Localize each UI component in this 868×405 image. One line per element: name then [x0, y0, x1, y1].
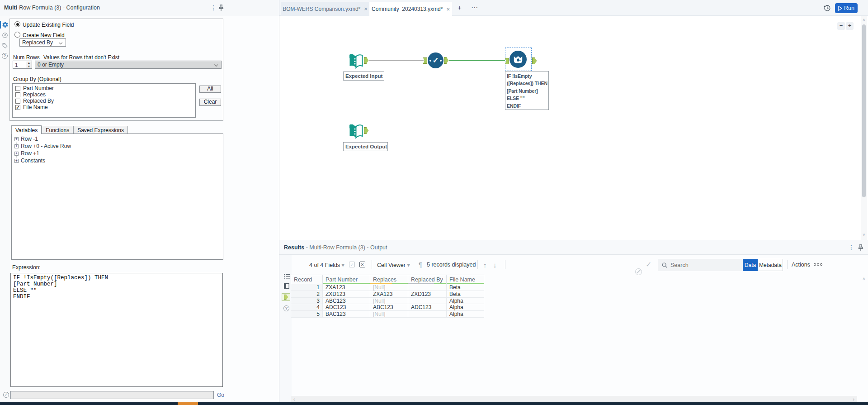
workflow-canvas[interactable]: BOM-WERS Comparison.yxmd*× Community_202… [279, 0, 868, 240]
text-input-tool-icon[interactable] [349, 124, 363, 139]
tool-annotation-expected-input[interactable]: Expected Input [343, 71, 384, 81]
canvas-vertical-scrollbar[interactable]: ˄ ˅ [861, 16, 867, 240]
tool-annotation-expression[interactable]: IF !IsEmpty ([Replaces]) THEN [Part Numb… [505, 71, 549, 110]
next-arrow-icon[interactable]: ↓ [493, 261, 497, 269]
expand-icon[interactable]: + [14, 137, 19, 141]
results-search[interactable] [658, 259, 743, 271]
pilcrow-icon[interactable]: ¶ [419, 261, 422, 268]
tab-overflow-icon[interactable]: ⋯ [471, 4, 478, 12]
num-rows-up-icon[interactable]: ▲ [26, 61, 32, 65]
performance-icon[interactable] [2, 32, 8, 38]
tab-bom-wers-comparison[interactable]: BOM-WERS Comparison.yxmd*× [281, 2, 369, 16]
column-header-replaces[interactable]: Replaces [370, 275, 408, 284]
tab-functions[interactable]: Functions [42, 126, 73, 134]
history-icon[interactable] [823, 4, 831, 12]
deselect-fields-icon[interactable]: ✕ [359, 262, 365, 267]
tab-variables[interactable]: Variables [11, 125, 42, 134]
text-input-tool-icon[interactable] [349, 54, 363, 69]
metadata-toggle-button[interactable]: Metadata [758, 259, 783, 271]
results-menu-icon[interactable]: ⋮ [848, 244, 854, 251]
results-help-icon[interactable]: ? [283, 305, 289, 311]
connection-gray[interactable] [369, 60, 424, 61]
output-anchor[interactable] [444, 57, 448, 64]
output-anchor-indicator[interactable] [282, 293, 290, 301]
field-dropdown[interactable]: Replaced By [19, 38, 66, 47]
table-row[interactable]: 2 ZXD123 ZXA123 ZXD123 Beta [291, 291, 484, 298]
expand-icon[interactable]: + [14, 159, 19, 163]
table-row[interactable]: 4 ADC123 ABC123 ADC123 Alpha [291, 304, 484, 311]
checkbox-icon[interactable]: ✓ [15, 105, 20, 110]
tool-annotation-expected-output[interactable]: Expected Output [343, 142, 388, 151]
expand-icon[interactable]: + [14, 152, 19, 156]
tab-community-20240313[interactable]: Community_20240313.yxmd*× [369, 2, 452, 16]
group-by-item[interactable]: Replaced By [15, 98, 54, 104]
clear-button[interactable]: Clear [199, 99, 221, 106]
gear-icon[interactable] [2, 21, 9, 28]
scroll-down-icon[interactable]: ˅ [861, 233, 867, 237]
table-row[interactable]: 3 ABC123 [Null] Alpha [291, 298, 484, 305]
search-input[interactable] [670, 262, 738, 268]
variables-tree[interactable]: +Row -1 +Row +0 - Active Row +Row +1 +Co… [11, 133, 223, 260]
column-header-replaced-by[interactable]: Replaced By [408, 275, 447, 284]
results-horizontal-scrollbar[interactable]: ‹ › [291, 396, 857, 402]
output-anchor[interactable] [364, 127, 368, 134]
config-menu-icon[interactable]: ⋮ [210, 4, 217, 11]
column-header-part-number[interactable]: Part Number [323, 275, 370, 284]
tab-close-icon[interactable]: × [364, 5, 368, 12]
expand-icon[interactable]: + [14, 144, 19, 148]
scroll-up-icon[interactable]: ˄ [861, 18, 867, 22]
pin-icon[interactable] [218, 4, 224, 11]
checkbox-icon[interactable] [15, 99, 20, 104]
results-scroll-up-icon[interactable]: ˄ [861, 276, 867, 281]
all-button[interactable]: All [199, 86, 221, 93]
actions-label[interactable]: Actions [792, 262, 810, 268]
num-rows-stepper[interactable]: 1 ▲▼ [13, 61, 32, 69]
expression-editor[interactable]: IF !IsEmpty([Replaces]) THEN [Part Numbe… [10, 273, 223, 387]
table-row[interactable]: 5 BAC123 [Null] Alpha [291, 311, 484, 318]
zoom-in-button[interactable]: + [846, 22, 854, 30]
tab-close-icon[interactable]: × [446, 6, 450, 13]
column-header-record[interactable]: Record [291, 275, 323, 284]
tag-icon[interactable] [2, 43, 8, 49]
group-by-item[interactable]: Replaces [15, 91, 46, 98]
data-toggle-button[interactable]: Data [743, 259, 758, 271]
fields-dropdown[interactable]: 4 of 4 Fields ▾ [309, 262, 344, 268]
column-header-file-name[interactable]: File Name [447, 275, 484, 284]
table-row[interactable]: 1 ZXA123 [Null] Beta [291, 284, 484, 291]
tree-item-row-plus1[interactable]: +Row +1 [14, 150, 39, 157]
run-button[interactable]: Run [835, 3, 858, 13]
group-by-item[interactable]: ✓File Name [15, 104, 48, 110]
tree-item-row-0[interactable]: +Row +0 - Active Row [14, 143, 71, 149]
tab-saved-expressions[interactable]: Saved Expressions [73, 126, 128, 134]
cell-viewer-dropdown[interactable]: Cell Viewer ▾ [377, 262, 410, 268]
values-dropdown[interactable]: 0 or Empty [35, 61, 222, 69]
search-expression-input[interactable] [10, 391, 214, 399]
profile-icon[interactable] [283, 283, 290, 289]
tree-item-row-minus1[interactable]: +Row -1 [14, 136, 38, 142]
input-anchor[interactable] [423, 57, 427, 64]
group-by-listbox[interactable]: Part Number Replaces Replaced By ✓File N… [12, 83, 196, 118]
multi-row-formula-tool-icon[interactable] [509, 51, 527, 68]
checkbox-icon[interactable] [15, 92, 20, 97]
group-by-item[interactable]: Part Number [15, 85, 54, 91]
results-pin-icon[interactable] [858, 244, 864, 251]
scroll-right-icon[interactable]: › [853, 396, 854, 402]
checkbox-icon[interactable] [15, 86, 20, 91]
output-anchor[interactable] [364, 57, 368, 64]
tree-item-constants[interactable]: +Constants [14, 157, 45, 164]
select-all-fields-icon[interactable]: ✓ [349, 262, 355, 267]
zoom-out-button[interactable]: − [837, 22, 845, 30]
go-button[interactable]: Go [217, 392, 224, 398]
create-new-field-radio[interactable] [14, 32, 20, 38]
new-workflow-icon[interactable]: + [458, 4, 462, 11]
num-rows-down-icon[interactable]: ▼ [26, 65, 32, 68]
update-existing-field-radio[interactable] [14, 21, 20, 27]
actions-overflow-icon[interactable] [814, 263, 822, 266]
scrollbar-thumb[interactable] [862, 24, 866, 197]
messages-icon[interactable] [283, 273, 290, 280]
connection-green[interactable] [449, 60, 505, 61]
output-anchor[interactable] [532, 57, 537, 64]
scroll-left-icon[interactable]: ‹ [293, 396, 295, 402]
prev-arrow-icon[interactable]: ↑ [483, 261, 487, 269]
test-tool-icon[interactable]: ✓ [428, 52, 443, 68]
